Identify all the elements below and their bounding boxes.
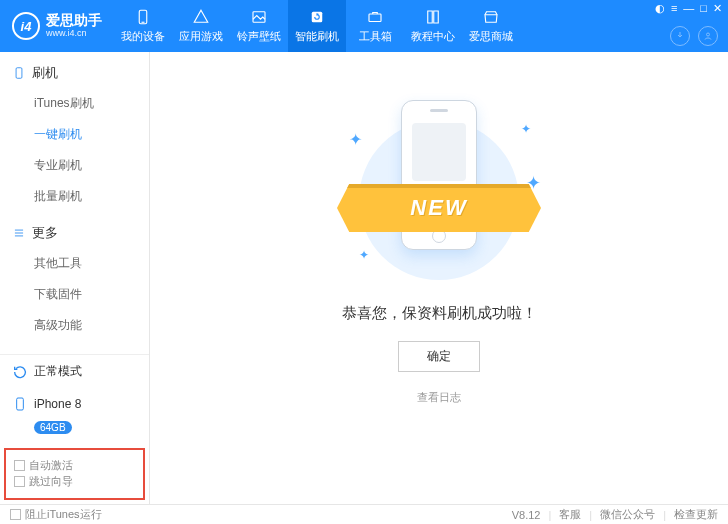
close-icon[interactable]: ✕ (713, 2, 722, 15)
nav-label: 我的设备 (121, 29, 165, 44)
separator: | (589, 509, 592, 521)
sidebar-group-more: 更多 (0, 212, 149, 248)
nav-label: 智能刷机 (295, 29, 339, 44)
ok-button[interactable]: 确定 (398, 341, 480, 372)
app-header: i4 爱思助手 www.i4.cn 我的设备 应用游戏 铃声壁纸 智能刷机 工具… (0, 0, 728, 52)
device-mode[interactable]: 正常模式 (0, 355, 149, 388)
version-label: V8.12 (512, 509, 541, 521)
footer-link-wechat[interactable]: 微信公众号 (600, 507, 655, 522)
checkbox-icon (14, 460, 25, 471)
nav-label: 应用游戏 (179, 29, 223, 44)
nav-apps[interactable]: 应用游戏 (172, 0, 230, 52)
svg-rect-6 (16, 68, 22, 79)
success-message: 恭喜您，保资料刷机成功啦！ (342, 304, 537, 323)
nav-toolbox[interactable]: 工具箱 (346, 0, 404, 52)
brand-logo-icon: i4 (12, 12, 40, 40)
top-nav: 我的设备 应用游戏 铃声壁纸 智能刷机 工具箱 教程中心 爱思商城 (114, 0, 520, 52)
device-mode-label: 正常模式 (34, 363, 82, 380)
brand-logo: i4 爱思助手 www.i4.cn (0, 0, 114, 52)
sparkle-icon: ✦ (349, 130, 362, 149)
picture-icon (250, 8, 268, 26)
status-bar: 阻止iTunes运行 V8.12 | 客服 | 微信公众号 | 检查更新 (0, 504, 728, 524)
sidebar-item-download-firmware[interactable]: 下载固件 (34, 279, 149, 310)
apps-icon (192, 8, 210, 26)
download-button[interactable] (670, 26, 690, 46)
separator: | (663, 509, 666, 521)
checkbox-label: 跳过向导 (29, 474, 73, 489)
toolbox-icon (366, 8, 384, 26)
separator: | (548, 509, 551, 521)
new-ribbon: NEW (337, 184, 541, 232)
checkbox-block-itunes[interactable]: 阻止iTunes运行 (10, 507, 102, 522)
window-controls: ◐ ≡ — □ ✕ (655, 2, 722, 15)
store-icon (482, 8, 500, 26)
sparkle-icon: ✦ (359, 248, 369, 262)
sidebar-item-advanced[interactable]: 高级功能 (34, 310, 149, 341)
nav-label: 铃声壁纸 (237, 29, 281, 44)
phone-icon (12, 396, 28, 412)
sidebar-group-title: 更多 (32, 224, 58, 242)
nav-my-device[interactable]: 我的设备 (114, 0, 172, 52)
checkbox-icon (10, 509, 21, 520)
nav-ringtones[interactable]: 铃声壁纸 (230, 0, 288, 52)
success-illustration: ✦ ✦ ✦ ✦ NEW (329, 112, 549, 282)
device-name: iPhone 8 (34, 397, 81, 411)
sidebar-group-title: 刷机 (32, 64, 58, 82)
sidebar-item-other-tools[interactable]: 其他工具 (34, 248, 149, 279)
footer-link-update[interactable]: 检查更新 (674, 507, 718, 522)
minimize-icon[interactable]: — (683, 2, 694, 15)
sidebar-item-pro-flash[interactable]: 专业刷机 (34, 150, 149, 181)
device-info[interactable]: iPhone 8 (0, 388, 149, 420)
user-button[interactable] (698, 26, 718, 46)
sidebar-item-batch-flash[interactable]: 批量刷机 (34, 181, 149, 212)
phone-icon (134, 8, 152, 26)
nav-label: 工具箱 (359, 29, 392, 44)
nav-smart-flash[interactable]: 智能刷机 (288, 0, 346, 52)
ribbon-text: NEW (410, 195, 467, 221)
menu-icon[interactable]: ≡ (671, 2, 677, 15)
flash-options-highlight: 自动激活 跳过向导 (4, 448, 145, 500)
sidebar-item-itunes-flash[interactable]: iTunes刷机 (34, 88, 149, 119)
checkbox-icon (14, 476, 25, 487)
checkbox-auto-activate[interactable]: 自动激活 (14, 458, 73, 473)
maximize-icon[interactable]: □ (700, 2, 707, 15)
checkbox-skip-wizard[interactable]: 跳过向导 (14, 474, 73, 489)
nav-store[interactable]: 爱思商城 (462, 0, 520, 52)
checkbox-label: 阻止iTunes运行 (25, 507, 102, 522)
sparkle-icon: ✦ (521, 122, 531, 136)
svg-rect-4 (369, 14, 381, 22)
svg-point-5 (707, 33, 710, 36)
nav-label: 爱思商城 (469, 29, 513, 44)
refresh-icon (12, 364, 28, 380)
nav-label: 教程中心 (411, 29, 455, 44)
svg-rect-10 (17, 398, 24, 410)
refresh-icon (308, 8, 326, 26)
brand-name: 爱思助手 (46, 13, 102, 28)
sidebar: 刷机 iTunes刷机 一键刷机 专业刷机 批量刷机 更多 其他工具 下载固件 … (0, 52, 150, 504)
storage-badge: 64GB (34, 421, 72, 434)
view-log-link[interactable]: 查看日志 (417, 390, 461, 405)
phone-icon (12, 66, 26, 80)
book-icon (424, 8, 442, 26)
sidebar-group-flash: 刷机 (0, 52, 149, 88)
main-panel: ✦ ✦ ✦ ✦ NEW 恭喜您，保资料刷机成功啦！ 确定 查看日志 (150, 52, 728, 504)
footer-link-support[interactable]: 客服 (559, 507, 581, 522)
skin-icon[interactable]: ◐ (655, 2, 665, 15)
sidebar-item-oneclick-flash[interactable]: 一键刷机 (34, 119, 149, 150)
header-actions (670, 26, 718, 46)
checkbox-label: 自动激活 (29, 458, 73, 473)
list-icon (12, 226, 26, 240)
nav-tutorials[interactable]: 教程中心 (404, 0, 462, 52)
brand-site: www.i4.cn (46, 29, 102, 39)
